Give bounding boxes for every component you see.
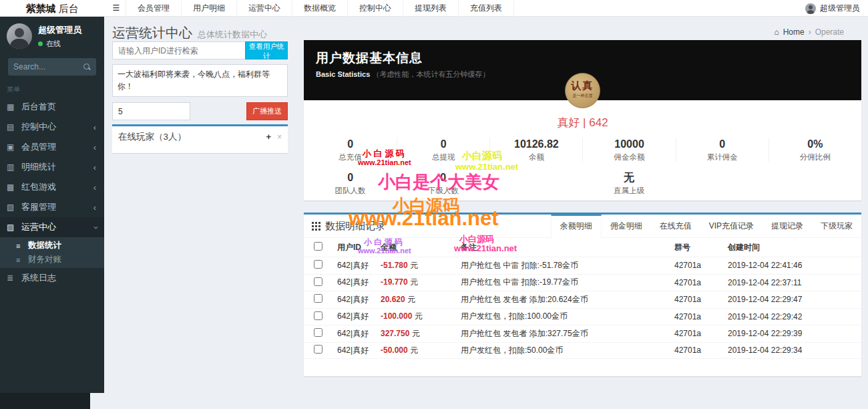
tab-下级玩家[interactable]: 下级玩家 bbox=[812, 215, 861, 238]
cell-amount: -50.000 元 bbox=[381, 345, 461, 356]
stats-panel-subtitle-note: （考虑性能，本统计有五分钟缓存） bbox=[372, 70, 489, 78]
cell-group: 42701a bbox=[674, 312, 728, 321]
cell-group: 42701a bbox=[674, 278, 728, 287]
sidebar-user-name: 超级管理员 bbox=[38, 24, 81, 36]
cell-user-id: 642|真好 bbox=[337, 277, 381, 288]
cell-time: 2019-12-04 22:41:46 bbox=[728, 261, 861, 270]
sidebar-item-红包游戏[interactable]: ▩红包游戏‹ bbox=[0, 177, 104, 197]
sidebar-search-input[interactable] bbox=[13, 62, 83, 72]
row-checkbox[interactable] bbox=[314, 328, 322, 337]
cell-time: 2019-12-04 22:29:47 bbox=[728, 295, 861, 304]
online-players-title: 在线玩家（3人） bbox=[118, 131, 266, 143]
game-icon: ▩ bbox=[7, 182, 21, 192]
top-header: 紫禁城 后台 ☰ 会员管理用户明细运营中心数据概览控制中心提现列表充值列表 超级… bbox=[0, 0, 868, 17]
cell-user-id: 642|真好 bbox=[337, 294, 381, 305]
sidebar-item-控制中心[interactable]: ▤控制中心‹ bbox=[0, 117, 104, 137]
top-nav-item[interactable]: 运营中心 bbox=[237, 0, 292, 17]
header-user-menu[interactable]: 超级管理员 bbox=[805, 0, 860, 17]
sidebar-item-会员管理[interactable]: ▣会员管理‹ bbox=[0, 137, 104, 157]
cell-time: 2019-12-04 22:37:11 bbox=[728, 278, 861, 287]
member-icon: ▣ bbox=[7, 142, 21, 152]
table-row: 642|真好-50.000 元用户发红包，扣除:50.00金币42701a201… bbox=[304, 342, 861, 360]
table-row: 642|真好-100.000 元用户发红包，扣除:100.00金币42701a2… bbox=[304, 308, 861, 325]
chevron-left-icon: ‹ bbox=[93, 202, 96, 213]
breadcrumb: ⌂ Home › Operate bbox=[774, 27, 844, 37]
stat-累计佣金: 0累计佣金 bbox=[676, 138, 769, 162]
cell-group: 42701a bbox=[674, 261, 728, 270]
top-nav-item[interactable]: 会员管理 bbox=[126, 0, 182, 17]
stat-团队人数: 0团队人数 bbox=[304, 171, 397, 196]
cell-user-id: 642|真好 bbox=[337, 328, 381, 339]
row-checkbox[interactable] bbox=[314, 260, 322, 269]
stats-panel-subtitle-en: Basic Statistics bbox=[316, 70, 370, 78]
table-row: 642|真好-19.770 元用户抢红包 中雷 扣除:-19.77金币42701… bbox=[304, 274, 861, 291]
top-nav: 会员管理用户明细运营中心数据概览控制中心提现列表充值列表 bbox=[126, 0, 514, 17]
cell-amount: 20.620 元 bbox=[381, 294, 461, 305]
cell-group: 42701a bbox=[674, 329, 728, 338]
app-logo[interactable]: 紫禁城 后台 bbox=[0, 0, 104, 17]
top-nav-item[interactable]: 充值列表 bbox=[459, 0, 514, 17]
tab-佣金明细[interactable]: 佣金明细 bbox=[602, 215, 651, 238]
tab-VIP充值记录[interactable]: VIP充值记录 bbox=[700, 215, 763, 238]
sidebar-menu: ▦后台首页▤控制中心‹▣会员管理‹▥明细统计‹▩红包游戏‹▧客服管理‹▨运营中心… bbox=[0, 97, 104, 288]
tab-余额明细[interactable]: 余额明细 bbox=[551, 215, 602, 238]
user-search-group: 查看用户统计 bbox=[112, 41, 288, 59]
search-icon[interactable] bbox=[83, 63, 91, 71]
broadcast-push-button[interactable]: 广播推送 bbox=[246, 102, 288, 120]
cell-note: 用户抢红包 发包者 添加:20.624金币 bbox=[461, 294, 674, 305]
chart-icon: ▦ bbox=[7, 102, 21, 112]
user-basic-info-panel: 用户数据基本信息 Basic Statistics （考虑性能，本统计有五分钟缓… bbox=[304, 40, 861, 200]
broadcast-message-textarea[interactable] bbox=[112, 64, 288, 97]
user-badge-avatar: 认真 是一种态度 bbox=[565, 73, 600, 108]
top-nav-item[interactable]: 数据概览 bbox=[292, 0, 348, 17]
chevron-left-icon: ‹ bbox=[93, 182, 96, 192]
close-icon[interactable]: × bbox=[277, 132, 282, 142]
top-nav-item[interactable]: 用户明细 bbox=[182, 0, 237, 17]
online-dot-icon bbox=[38, 41, 43, 46]
stat-下级人数: 0下级人数 bbox=[397, 171, 489, 196]
tab-在线充值[interactable]: 在线充值 bbox=[651, 215, 700, 238]
cell-group: 42701a bbox=[674, 295, 728, 304]
row-checkbox[interactable] bbox=[314, 345, 322, 354]
tab-提现记录[interactable]: 提现记录 bbox=[763, 215, 812, 238]
top-nav-item[interactable]: 控制中心 bbox=[348, 0, 403, 17]
sidebar-item-客服管理[interactable]: ▧客服管理‹ bbox=[0, 197, 104, 217]
sidebar-item-明细统计[interactable]: ▥明细统计‹ bbox=[0, 157, 104, 177]
table-row: 642|真好327.750 元用户抢红包 发包者 添加:327.75金币4270… bbox=[304, 325, 861, 342]
sidebar-item-系统日志[interactable]: ≣系统日志 bbox=[0, 268, 104, 288]
user-avatar-icon bbox=[805, 3, 816, 14]
row-checkbox[interactable] bbox=[314, 294, 322, 303]
stat-分佣比例: 0%分佣比例 bbox=[769, 138, 861, 162]
stat-总提现: 0总提现 bbox=[397, 138, 489, 162]
row-checkbox[interactable] bbox=[314, 277, 322, 286]
control-icon: ▤ bbox=[7, 122, 21, 132]
sidebar: 超级管理员 在线 菜单 ▦后台首页▤控制中心‹▣会员管理‹▥明细统计‹▩红包游戏… bbox=[0, 17, 104, 393]
data-detail-panel: 数据明细记录 余额明细佣金明细在线充值VIP充值记录提现记录下级玩家 用户ID … bbox=[304, 213, 861, 376]
user-id-search-input[interactable] bbox=[112, 41, 245, 59]
sidebar-user-status: 在线 bbox=[46, 39, 61, 49]
sidebar-subitem-数据统计[interactable]: ≡数据统计 bbox=[0, 239, 104, 253]
table-row: 642|真好20.620 元用户抢红包 发包者 添加:20.624金币42701… bbox=[304, 291, 861, 308]
sidebar-subitem-财务对账[interactable]: ≡财务对账 bbox=[0, 253, 104, 267]
row-checkbox[interactable] bbox=[314, 311, 322, 320]
stats-row-2: 0团队人数0下级人数无直属上级 bbox=[304, 171, 861, 200]
top-nav-item[interactable]: 提现列表 bbox=[403, 0, 459, 17]
cell-note: 用户抢红包 发包者 添加:327.75金币 bbox=[461, 328, 674, 339]
menu-section-label: 菜单 bbox=[7, 85, 104, 94]
chevron-left-icon: ‹ bbox=[93, 162, 96, 172]
broadcast-interval-input[interactable] bbox=[112, 102, 190, 120]
sidebar-item-后台首页[interactable]: ▦后台首页 bbox=[0, 97, 104, 117]
log-icon: ≣ bbox=[7, 273, 21, 283]
view-user-stats-button[interactable]: 查看用户统计 bbox=[245, 41, 288, 59]
chevron-left-icon: ‹ bbox=[93, 142, 96, 152]
cell-group: 42701a bbox=[674, 346, 728, 355]
select-all-checkbox[interactable] bbox=[314, 242, 322, 251]
expand-icon[interactable]: + bbox=[266, 132, 271, 142]
cell-note: 用户发红包，扣除:50.00金币 bbox=[461, 345, 674, 356]
breadcrumb-home[interactable]: Home bbox=[783, 27, 805, 37]
sidebar-item-运营中心[interactable]: ▨运营中心‹ bbox=[0, 217, 104, 237]
hamburger-icon[interactable]: ☰ bbox=[109, 0, 124, 17]
table-panel-title: 数据明细记录 bbox=[325, 220, 551, 233]
sidebar-search bbox=[8, 58, 96, 76]
cell-amount: -51.780 元 bbox=[381, 260, 461, 271]
